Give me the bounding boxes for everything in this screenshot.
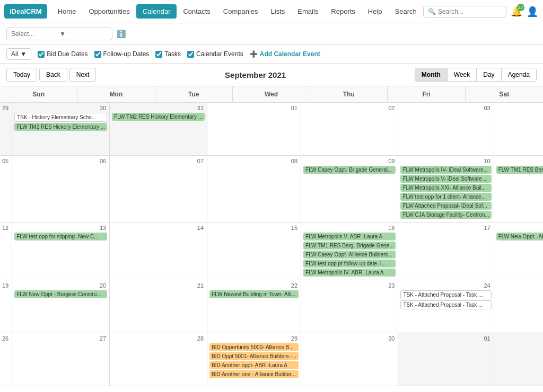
calendar-day-4-5[interactable]: 01 bbox=[398, 333, 494, 386]
calendar-day-2-0[interactable]: 12 bbox=[0, 222, 12, 280]
calendar-event[interactable]: FLW Attached Proposal- iDeal Sof... bbox=[400, 202, 491, 210]
bid-due-dates-label: Bid Due Dates bbox=[47, 50, 87, 58]
calendar-event[interactable]: BID Another oppt- ABR -Laura A bbox=[209, 361, 299, 369]
header-wed: Wed bbox=[233, 86, 310, 102]
search-input[interactable] bbox=[438, 8, 502, 15]
view-day-button[interactable]: Day bbox=[477, 68, 501, 81]
calendar-day-2-2[interactable]: 14 bbox=[110, 222, 207, 280]
header-tue: Tue bbox=[155, 86, 233, 102]
calendar-day-2-6[interactable]: 18FLW New Oppt - ABR, Centron -La... bbox=[494, 222, 543, 280]
add-calendar-event-button[interactable]: ➕ Add Calendar Event bbox=[250, 50, 320, 58]
calendar-day-3-1[interactable]: 20FLW New Oppt - Burgess Constru... bbox=[12, 280, 110, 333]
nav-item-opportunities[interactable]: Opportunities bbox=[82, 4, 136, 19]
calendar-event[interactable]: BID Oppt 5001- Alliance Builders -... bbox=[209, 352, 299, 360]
calendar-day-4-3[interactable]: 29BID Opportunity 5000- Alliance B...BID… bbox=[207, 333, 301, 386]
calendar-day-4-0[interactable]: 26 bbox=[0, 333, 12, 386]
nav-item-companies[interactable]: Companies bbox=[217, 4, 265, 19]
calendar-day-2-4[interactable]: 16FLW Metropolis V- ABR -Laura AFLW TM1 … bbox=[301, 222, 398, 280]
calendar-event[interactable]: FLW test opp pt follow-up date- i... bbox=[303, 260, 396, 268]
calendar-day-4-2[interactable]: 28 bbox=[110, 333, 207, 386]
calendar-event[interactable]: FLW TM1 RES Berg- Alliance Build... bbox=[496, 166, 543, 174]
checkbox-calendar-events[interactable]: Calendar Events bbox=[187, 50, 243, 58]
calendar-event[interactable]: FLW CJA Storage Facility- Centron... bbox=[400, 211, 491, 219]
calendar-day-1-1[interactable]: 06 bbox=[12, 156, 110, 222]
checkbox-followup-dates[interactable]: Follow-up Dates bbox=[94, 50, 150, 58]
calendar-event[interactable]: FLW Newest Building in Town- Alli... bbox=[209, 290, 299, 298]
today-button[interactable]: Today bbox=[6, 68, 37, 82]
calendar-event[interactable]: FLW test opp for slipping- New C... bbox=[14, 233, 107, 240]
view-agenda-button[interactable]: Agenda bbox=[502, 68, 536, 81]
calendar-day-3-4[interactable]: 23 bbox=[301, 280, 398, 333]
search-icon: 🔍 bbox=[428, 8, 436, 15]
view-month-button[interactable]: Month bbox=[415, 68, 448, 81]
calendar-day-0-5[interactable]: 03 bbox=[398, 103, 494, 156]
logo-button[interactable]: iDealCRM bbox=[4, 4, 47, 19]
back-button[interactable]: Back bbox=[39, 68, 67, 82]
calendar-day-4-1[interactable]: 27 bbox=[12, 333, 110, 386]
nav-item-home[interactable]: Home bbox=[51, 4, 83, 19]
filter-all-dropdown[interactable]: All ▼ bbox=[6, 48, 31, 60]
select-dropdown[interactable]: Select... ▼ bbox=[6, 28, 112, 40]
calendar-day-1-6[interactable]: 11FLW TM1 RES Berg- Alliance Build... bbox=[494, 156, 543, 222]
calendar-day-2-3[interactable]: 15 bbox=[207, 222, 301, 280]
nav-item-emails[interactable]: Emails bbox=[291, 4, 325, 19]
calendar-grid: Sun Mon Tue Wed Thu Fri Sat 2930TSK - Hi… bbox=[0, 86, 543, 392]
calendar-event[interactable]: FLW New Oppt - ABR, Centron -La... bbox=[496, 233, 543, 240]
calendar-day-3-2[interactable]: 21 bbox=[110, 280, 207, 333]
header-mon: Mon bbox=[77, 86, 155, 102]
nav-item-lists[interactable]: Lists bbox=[265, 4, 292, 19]
calendar-events-label: Calendar Events bbox=[196, 50, 243, 58]
calendar-day-2-5[interactable]: 17 bbox=[398, 222, 494, 280]
calendar-day-1-5[interactable]: 10FLW Metropolis IV- iDeal Software...FL… bbox=[398, 156, 494, 222]
calendar-day-1-0[interactable]: 05 bbox=[0, 156, 12, 222]
calendar-header: Sun Mon Tue Wed Thu Fri Sat bbox=[0, 86, 543, 103]
calendar-event[interactable]: FLW Casey Oppt- Brigade General... bbox=[303, 166, 396, 174]
calendar-event[interactable]: FLW Metropolis V- ABR -Laura A bbox=[303, 233, 396, 240]
calendar-day-0-3[interactable]: 01 bbox=[207, 103, 301, 156]
calendar-day-0-1[interactable]: 30TSK - Hickory Elementary Scho...FLW TM… bbox=[12, 103, 110, 156]
calendar-day-3-5[interactable]: 24TSK - Attached Proposal - Task ...TSK … bbox=[398, 280, 494, 333]
nav-item-contacts[interactable]: Contacts bbox=[177, 4, 216, 19]
calendar-day-1-2[interactable]: 07 bbox=[110, 156, 207, 222]
nav-item-search[interactable]: Search bbox=[389, 4, 423, 19]
calendar-day-0-0[interactable]: 29 bbox=[0, 103, 12, 156]
calendar-event[interactable]: TSK - Hickory Elementary Scho... bbox=[14, 113, 107, 122]
calendar-event[interactable]: FLW TM2 RES Hickory Elementary ... bbox=[112, 113, 205, 121]
calendar-day-0-2[interactable]: 31FLW TM2 RES Hickory Elementary ... bbox=[110, 103, 207, 156]
calendar-event[interactable]: FLW test opp for 1 client- Alliance... bbox=[400, 193, 491, 201]
view-week-button[interactable]: Week bbox=[448, 68, 477, 81]
calendar-day-0-4[interactable]: 02 bbox=[301, 103, 398, 156]
info-icon[interactable]: ℹ️ bbox=[117, 30, 126, 38]
calendar-day-1-3[interactable]: 08 bbox=[207, 156, 301, 222]
calendar-event[interactable]: BID Opportunity 5000- Alliance B... bbox=[209, 343, 299, 351]
calendar-event[interactable]: FLW TM2 RES Hickory Elementary ... bbox=[14, 123, 107, 131]
calendar-day-2-1[interactable]: 13FLW test opp for slipping- New C... bbox=[12, 222, 110, 280]
calendar-day-4-4[interactable]: 30 bbox=[301, 333, 398, 386]
day-number: 08 bbox=[209, 158, 299, 164]
calendar-event[interactable]: FLW Metropolis IV- ABR -Laura A bbox=[303, 269, 396, 277]
calendar-event[interactable]: FLW Metropolis V- iDeal Software ... bbox=[400, 175, 491, 183]
calendar-day-0-6[interactable]: 04 bbox=[494, 103, 543, 156]
tasks-label: Tasks bbox=[164, 50, 181, 58]
user-button[interactable]: 👤 bbox=[527, 6, 538, 17]
calendar-day-3-0[interactable]: 19 bbox=[0, 280, 12, 333]
checkbox-tasks[interactable]: Tasks bbox=[155, 50, 181, 58]
calendar-event[interactable]: BID Another one - Alliance Builder... bbox=[209, 370, 299, 378]
calendar-event[interactable]: FLW Metropolis XXI- Alliance Buil... bbox=[400, 184, 491, 192]
calendar-event[interactable]: FLW New Oppt - Burgess Constru... bbox=[14, 290, 107, 298]
calendar-day-4-6[interactable]: 02 bbox=[494, 333, 543, 386]
calendar-day-3-6[interactable]: 25 bbox=[494, 280, 543, 333]
notification-button[interactable]: 🔔 27 bbox=[511, 6, 522, 17]
calendar-event[interactable]: FLW TM1 RES Berg- Brigade Gene... bbox=[303, 242, 396, 250]
calendar-event[interactable]: TSK - Attached Proposal - Task ... bbox=[400, 300, 491, 309]
calendar-event[interactable]: FLW Metropolis IV- iDeal Software... bbox=[400, 166, 491, 174]
calendar-event[interactable]: TSK - Attached Proposal - Task ... bbox=[400, 290, 491, 299]
checkbox-bid-due-dates[interactable]: Bid Due Dates bbox=[38, 50, 87, 58]
calendar-day-3-3[interactable]: 22FLW Newest Building in Town- Alli... bbox=[207, 280, 301, 333]
nav-item-reports[interactable]: Reports bbox=[325, 4, 362, 19]
calendar-event[interactable]: FLW Casey Oppt- Alliance Builders... bbox=[303, 251, 396, 259]
next-button[interactable]: Next bbox=[69, 68, 97, 82]
nav-item-help[interactable]: Help bbox=[362, 4, 389, 19]
calendar-day-1-4[interactable]: 09FLW Casey Oppt- Brigade General... bbox=[301, 156, 398, 222]
nav-item-calendar[interactable]: Calendar bbox=[136, 4, 177, 19]
